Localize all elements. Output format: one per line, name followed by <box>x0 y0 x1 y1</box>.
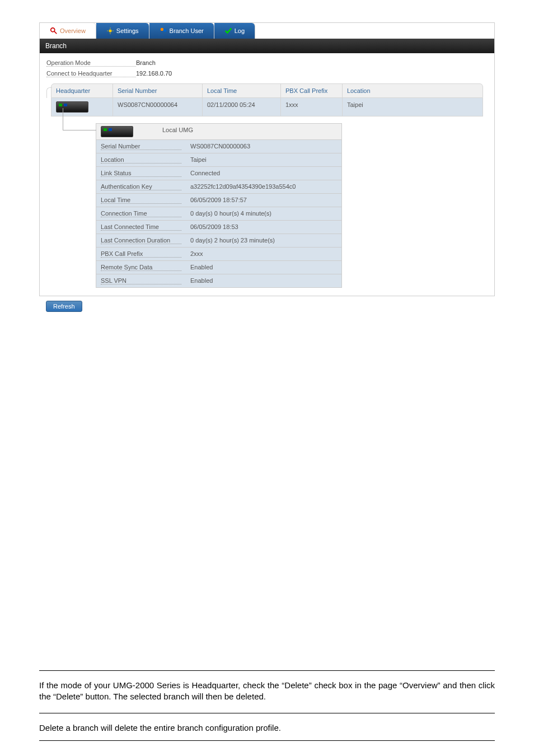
gear-icon <box>106 27 114 35</box>
detail-value: Enabled <box>186 261 341 274</box>
detail-value: 0 day(s) 2 hour(s) 23 minute(s) <box>186 234 341 247</box>
tab-settings[interactable]: Settings <box>96 23 149 39</box>
detail-value: Enabled <box>186 274 341 287</box>
detail-label: Last Connection Duration <box>96 234 186 247</box>
detail-value: 0 day(s) 0 hour(s) 4 minute(s) <box>186 207 341 220</box>
tab-overview[interactable]: Overview <box>40 23 96 39</box>
paragraph-1: If the mode of your UMG-2000 Series is H… <box>0 680 534 703</box>
tab-log[interactable]: Log <box>214 23 255 39</box>
detail-value: Taipei <box>186 153 341 166</box>
detail-header: Local UMG <box>158 124 341 139</box>
td-location: Taipei <box>343 98 483 116</box>
page-number: 90 <box>0 750 534 756</box>
detail-value: 2xxx <box>186 248 341 260</box>
magnifier-icon <box>50 27 58 35</box>
screenshot-panel: Overview Settings Branch User Log <box>39 22 495 296</box>
detail-value: WS0087CN00000063 <box>186 140 341 153</box>
detail-value: Connected <box>186 167 341 180</box>
paragraph-2: Delete a branch will delete the entire b… <box>0 722 534 734</box>
divider <box>39 740 495 741</box>
detail-value: a32252fc12d09af4354390e193a554c0 <box>186 180 341 193</box>
svg-line-1 <box>54 31 57 34</box>
info-block: Operation Mode Branch Connect to Headqua… <box>40 53 494 83</box>
th-headquarter: Headquarter <box>51 84 113 97</box>
th-location: Location <box>343 84 483 97</box>
hq-table-row[interactable]: WS0087CN00000064 02/11/2000 05:24 1xxx T… <box>51 98 483 116</box>
detail-label: Serial Number <box>96 140 186 153</box>
detail-label: Local Time <box>96 194 186 207</box>
svg-point-0 <box>51 28 55 32</box>
detail-value: 06/05/2009 18:53 <box>186 221 341 234</box>
tab-bar: Overview Settings Branch User Log <box>40 23 494 39</box>
divider <box>39 670 495 671</box>
tab-overview-label: Overview <box>60 27 86 34</box>
operation-mode-label: Operation Mode <box>46 59 136 67</box>
tab-log-label: Log <box>235 27 245 34</box>
svg-point-4 <box>163 29 166 32</box>
device-icon <box>101 126 133 137</box>
users-icon <box>160 27 167 35</box>
divider <box>39 713 495 713</box>
detail-label: PBX Call Prefix <box>96 248 186 260</box>
svg-point-2 <box>109 29 111 32</box>
detail-device-cell <box>96 124 158 139</box>
th-pbx-prefix: PBX Call Prefix <box>281 84 343 97</box>
th-serial-number: Serial Number <box>113 84 203 97</box>
connect-hq-value: 192.168.0.70 <box>136 70 172 77</box>
th-local-time: Local Time <box>203 84 281 97</box>
svg-point-3 <box>160 28 163 31</box>
detail-table: Local UMG Serial NumberWS0087CN00000063 … <box>96 123 342 288</box>
operation-mode-value: Branch <box>136 59 156 67</box>
detail-label: Authentication Key <box>96 180 186 193</box>
detail-label: Link Status <box>96 167 186 180</box>
detail-label: Location <box>96 153 186 166</box>
hq-table-header: Headquarter Serial Number Local Time PBX… <box>51 83 483 98</box>
td-serial-number: WS0087CN00000064 <box>113 98 203 116</box>
detail-value: 06/05/2009 18:57:57 <box>186 194 341 207</box>
tab-branch-user[interactable]: Branch User <box>149 23 214 39</box>
detail-label: Remote Sync Data <box>96 261 186 274</box>
tab-branch-user-label: Branch User <box>170 27 204 34</box>
td-local-time: 02/11/2000 05:24 <box>203 98 281 116</box>
detail-label: Last Connected Time <box>96 221 186 234</box>
section-title: Branch <box>40 39 494 53</box>
detail-label: SSL VPN <box>96 274 186 287</box>
td-pbx-prefix: 1xxx <box>281 98 343 116</box>
detail-label: Connection Time <box>96 207 186 220</box>
tab-settings-label: Settings <box>116 27 139 34</box>
tree-connector <box>63 108 96 130</box>
connect-hq-label: Connect to Headquarter <box>46 70 136 77</box>
refresh-button[interactable]: Refresh <box>46 301 82 312</box>
check-icon <box>224 27 232 35</box>
